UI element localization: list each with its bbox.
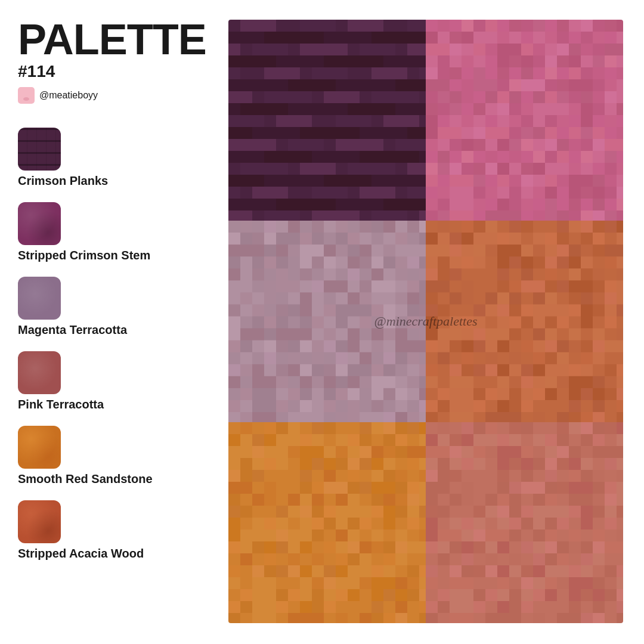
mosaic-cell-4 (228, 422, 426, 623)
block-name-3: Pink Terracotta (18, 398, 209, 411)
palette-title: PALETTE (18, 18, 209, 61)
mosaic-canvas-4 (228, 422, 426, 623)
mosaic-canvas-5 (426, 422, 623, 623)
block-swatch-0 (18, 128, 61, 171)
block-item: Smooth Red Sandstone (18, 426, 209, 486)
block-swatch-3 (18, 351, 61, 394)
author-row: @meatieboyy (18, 87, 209, 104)
mosaic-canvas-1 (426, 20, 623, 221)
mosaic-canvas-3 (426, 221, 623, 422)
block-swatch-2 (18, 277, 61, 320)
block-item: Stripped Acacia Wood (18, 500, 209, 561)
block-name-1: Stripped Crimson Stem (18, 249, 209, 262)
block-swatch-4 (18, 426, 61, 469)
block-name-4: Smooth Red Sandstone (18, 472, 209, 486)
mosaic-cell-2 (228, 221, 426, 422)
block-swatch-5 (18, 500, 61, 543)
mosaic-canvas-0 (228, 20, 426, 221)
block-name-5: Stripped Acacia Wood (18, 547, 209, 561)
block-swatch-1 (18, 202, 61, 245)
pig-icon (18, 87, 35, 104)
palette-number: #114 (18, 62, 209, 81)
mosaic-cell-1 (426, 20, 623, 221)
mosaic-canvas-2 (228, 221, 426, 422)
block-name-2: Magenta Terracotta (18, 323, 209, 337)
left-panel: PALETTE #114 @meatieboyy Crimson PlanksS… (0, 0, 227, 644)
block-item: Pink Terracotta (18, 351, 209, 411)
block-item: Stripped Crimson Stem (18, 202, 209, 262)
author-name: @meatieboyy (39, 90, 98, 101)
block-item: Crimson Planks (18, 128, 209, 188)
block-item: Magenta Terracotta (18, 277, 209, 337)
mosaic-cell-3 (426, 221, 623, 422)
mosaic-cell-5 (426, 422, 623, 623)
block-list: Crimson PlanksStripped Crimson StemMagen… (18, 128, 209, 574)
mosaic-panel (228, 20, 623, 623)
block-name-0: Crimson Planks (18, 174, 209, 188)
mosaic-cell-0 (228, 20, 426, 221)
